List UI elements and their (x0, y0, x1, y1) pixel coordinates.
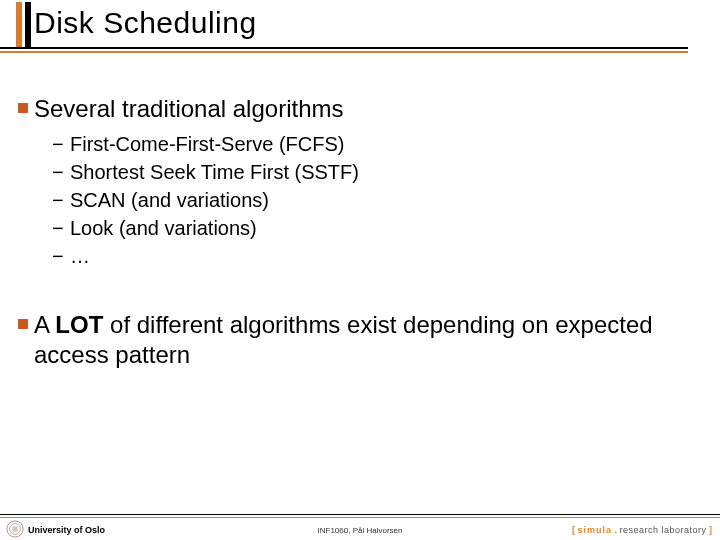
sub-item: First-Come-First-Serve (FCFS) (52, 130, 694, 158)
footer: University of Oslo INF1060, Pål Halvorse… (0, 516, 720, 540)
bullet-2-pre: A (34, 311, 55, 338)
title-accent-orange (16, 2, 22, 48)
footer-right: [ simula . research laboratory ] (572, 525, 712, 535)
title-underline-orange (0, 51, 688, 53)
title-underline-black (0, 47, 688, 49)
slide-title: Disk Scheduling (34, 6, 257, 40)
square-bullet-icon (18, 319, 28, 329)
bullet-1-sublist: First-Come-First-Serve (FCFS) Shortest S… (52, 130, 694, 270)
square-bullet-icon (18, 103, 28, 113)
sub-item: SCAN (and variations) (52, 186, 694, 214)
slide: Disk Scheduling Several traditional algo… (0, 0, 720, 540)
sub-item: Shortest Seek Time First (SSTF) (52, 158, 694, 186)
bullet-2-bold: LOT (55, 311, 103, 338)
bullet-2-text: A LOT of different algorithms exist depe… (34, 310, 694, 370)
footer-rule-black (0, 514, 720, 515)
footer-lab: research laboratory (619, 525, 706, 535)
sub-item: … (52, 242, 694, 270)
bracket-close-icon: ] (707, 525, 713, 535)
bullet-1: Several traditional algorithms First-Com… (34, 94, 694, 270)
bullet-1-text: Several traditional algorithms (34, 94, 694, 124)
bullet-2-post: of different algorithms exist depending … (34, 311, 653, 368)
bullet-2: A LOT of different algorithms exist depe… (34, 310, 694, 370)
slide-body: Several traditional algorithms First-Com… (34, 94, 694, 378)
sub-item: Look (and variations) (52, 214, 694, 242)
footer-brand: simula (577, 525, 612, 535)
title-accent-black (25, 2, 31, 48)
